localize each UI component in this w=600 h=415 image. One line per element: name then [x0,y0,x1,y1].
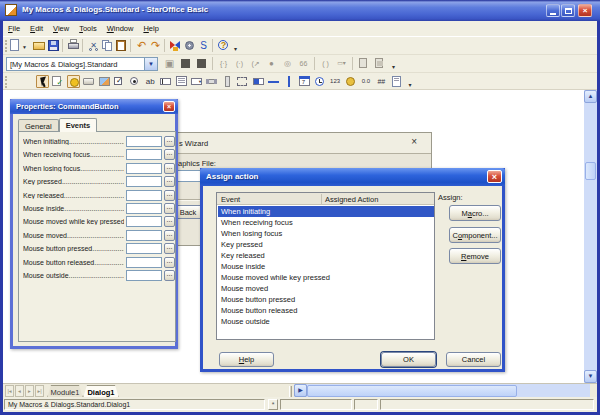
starbasic-icon[interactable]: S [197,39,210,52]
help-icon[interactable]: ? [217,39,230,52]
run-icon[interactable] [179,57,192,70]
browse-button[interactable]: ... [164,203,175,214]
event-list-item[interactable]: Mouse button pressed [218,294,434,305]
print-icon[interactable] [67,39,80,52]
menu-view[interactable]: View [48,21,74,36]
event-list-item[interactable]: Mouse moved [218,283,434,294]
scroll-down-icon[interactable]: ▼ [584,370,597,383]
event-value-input[interactable] [126,136,162,147]
browse-button[interactable]: ... [164,257,175,268]
minimize-button[interactable] [546,4,560,17]
menu-window[interactable]: Window [102,21,139,36]
event-list-item[interactable]: When receiving focus [218,217,434,228]
time-field-icon[interactable] [313,75,326,88]
browse-button[interactable]: ... [164,270,175,281]
pattern-field-icon[interactable]: ## [375,75,388,88]
event-value-input[interactable] [126,270,162,281]
tab-nav-next[interactable]: ▸ [25,385,34,397]
tab-nav-last[interactable]: ▸| [35,385,44,397]
library-combobox[interactable]: [My Macros & Dialogs].Standard ▼ [6,57,158,71]
ok-button[interactable]: OK [381,352,436,367]
event-value-input[interactable] [126,190,162,201]
help-button[interactable]: Help [219,352,274,367]
horizontal-scrollbar[interactable]: ◀ ▶ [294,384,590,398]
event-list-item[interactable]: Key released [218,250,434,261]
browse-button[interactable]: ... [164,216,175,227]
event-list-item[interactable]: Mouse button released [218,305,434,316]
objects-icon[interactable] [373,57,386,70]
navigator-icon[interactable] [169,39,182,52]
event-list-item[interactable]: When losing focus [218,228,434,239]
insert-source-icon[interactable]: ▭▾ [335,57,348,70]
breakpoint-icon[interactable]: ● [265,57,278,70]
browse-button[interactable]: ... [164,136,175,147]
open-icon[interactable] [33,39,46,52]
numeric-field-icon[interactable]: 123 [329,75,342,88]
step-out-icon[interactable]: (↗ [249,57,262,70]
compile-icon[interactable]: ▣ [163,57,176,70]
save-icon[interactable] [47,39,60,52]
vertical-scrollbar-icon[interactable] [221,75,234,88]
assign-dialog-close-icon[interactable]: × [487,170,502,183]
copy-icon[interactable] [101,39,114,52]
browse-button[interactable]: ... [164,243,175,254]
splitter-handle[interactable] [289,386,292,397]
properties-dialog-close-icon[interactable]: × [163,101,175,112]
event-value-input[interactable] [126,230,162,241]
toolbar-overflow-icon[interactable]: ▾ [409,81,412,88]
tab-nav-prev[interactable]: ◂ [15,385,24,397]
new-document-icon[interactable]: ▼ [8,39,21,52]
modules-icon[interactable] [357,57,370,70]
test-mode-icon[interactable]: ✓ [51,75,64,88]
combo-box-icon[interactable]: ▼ [190,75,203,88]
cancel-button[interactable]: Cancel [446,352,501,367]
browse-button[interactable]: ... [164,190,175,201]
select-icon[interactable] [36,75,49,88]
menu-edit[interactable]: Edit [25,21,48,36]
browse-button[interactable]: ... [164,163,175,174]
vertical-line-icon[interactable] [282,75,295,88]
stop-icon[interactable] [195,57,208,70]
event-value-input[interactable] [126,203,162,214]
menu-help[interactable]: Help [138,21,163,36]
gear-icon[interactable] [183,39,196,52]
label-field-icon[interactable]: ab [144,75,157,88]
menu-tools[interactable]: Tools [74,21,102,36]
group-box-icon[interactable] [236,75,249,88]
event-value-input[interactable] [126,176,162,187]
component-button[interactable]: Component... [449,227,501,243]
toolbar-handle[interactable] [5,76,8,88]
step-into-icon[interactable]: {·} [217,57,230,70]
scroll-up-icon[interactable]: ▲ [584,90,597,103]
horizontal-scrollbar-thumb[interactable] [307,385,517,397]
event-list-item[interactable]: When initiating [218,206,434,217]
horizontal-scrollbar-icon[interactable] [205,75,218,88]
language-icon[interactable] [67,75,80,88]
step-over-icon[interactable]: (·) [233,57,246,70]
file-selection-icon[interactable] [390,75,403,88]
event-list[interactable]: Event Assigned Action When initiatingWhe… [216,192,435,340]
browse-button[interactable]: ... [164,230,175,241]
find-parentheses-icon[interactable]: ( ) [319,57,332,70]
vertical-scrollbar[interactable]: ▲ ▼ [584,90,597,383]
date-field-icon[interactable]: 7 [298,75,311,88]
toolbar-overflow-icon[interactable]: ▾ [234,45,237,52]
image-control-icon[interactable] [98,75,111,88]
menu-file[interactable]: File [3,21,25,36]
event-list-item[interactable]: Mouse outside [218,316,434,327]
event-value-input[interactable] [126,163,162,174]
currency-field-icon[interactable]: $ [344,75,357,88]
event-value-input[interactable] [126,243,162,254]
vertical-scrollbar-thumb[interactable] [585,162,596,180]
watch-icon[interactable]: 66 [297,57,310,70]
option-button-icon[interactable] [128,75,141,88]
tab-events[interactable]: Events [59,118,98,132]
combobox-dropdown-icon[interactable]: ▼ [144,58,157,70]
tab-nav-first[interactable]: |◂ [5,385,14,397]
toolbar-overflow-icon[interactable]: ▾ [392,63,395,70]
paste-icon[interactable] [115,39,128,52]
event-value-input[interactable] [126,257,162,268]
macro-button[interactable]: Macro... [449,205,501,221]
list-box-icon[interactable] [175,75,188,88]
cut-icon[interactable]: ✕ [87,39,100,52]
